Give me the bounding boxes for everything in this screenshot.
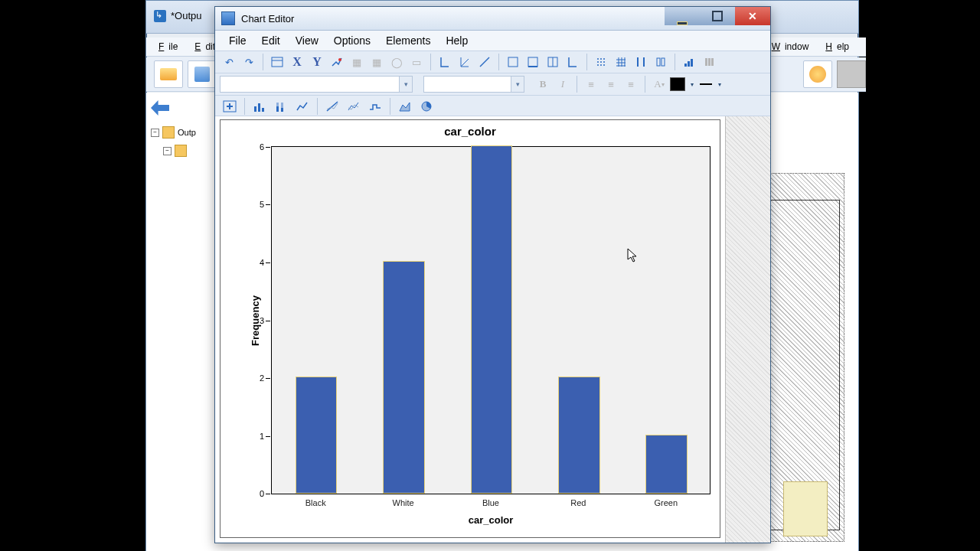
- parent-outline-pane[interactable]: − Outp −: [146, 93, 214, 551]
- y-tick-label: 0: [260, 489, 272, 498]
- svg-point-14: [597, 64, 599, 66]
- x-category-label: Blue: [447, 498, 534, 507]
- x-axis-label[interactable]: car_color: [272, 514, 710, 526]
- menu-file[interactable]: File: [223, 33, 253, 48]
- svg-point-12: [600, 61, 602, 63]
- parent-menu-file[interactable]: File: [154, 40, 187, 54]
- font-family-combo[interactable]: ▾: [220, 76, 413, 93]
- menu-options[interactable]: Options: [328, 33, 377, 48]
- y-axis-icon[interactable]: Y: [308, 53, 326, 71]
- svg-marker-43: [400, 103, 410, 111]
- open-icon[interactable]: [154, 60, 183, 88]
- fill-color-swatch[interactable]: [670, 77, 685, 91]
- line-chart-icon[interactable]: [292, 97, 312, 116]
- align-left-icon[interactable]: ≡: [582, 75, 600, 93]
- axis-lb-icon[interactable]: [456, 53, 474, 71]
- multi-line-icon[interactable]: [344, 97, 364, 116]
- frame2-icon[interactable]: [524, 53, 542, 71]
- maximize-button[interactable]: [700, 7, 735, 25]
- font-size-combo[interactable]: ▾: [423, 76, 524, 93]
- text-color-icon[interactable]: A▾: [650, 75, 668, 93]
- frame4-icon[interactable]: [564, 53, 582, 71]
- svg-rect-3: [508, 57, 518, 67]
- insert-element-icon[interactable]: [220, 97, 240, 116]
- fill-color-dd-icon[interactable]: ▾: [687, 75, 697, 93]
- bar-green[interactable]: [645, 435, 688, 494]
- tool-a-icon: ▦: [348, 53, 366, 71]
- tree-child-row[interactable]: −: [146, 142, 214, 160]
- tree-collapse-icon[interactable]: −: [151, 129, 159, 137]
- bar-blue[interactable]: [471, 145, 513, 494]
- chart-canvas[interactable]: car_color Frequency car_color 0123456Bla…: [215, 116, 725, 543]
- grid-vert-icon[interactable]: [632, 53, 650, 71]
- frame1-icon[interactable]: [504, 53, 522, 71]
- chart-editor-window: Chart Editor ✕ File Edit View Options El…: [214, 6, 771, 543]
- bold-icon[interactable]: B: [534, 75, 552, 93]
- menu-view[interactable]: View: [289, 33, 325, 48]
- svg-rect-38: [262, 108, 264, 112]
- parent-menu-window[interactable]: Window: [767, 40, 818, 54]
- back-arrow-icon[interactable]: [151, 100, 169, 116]
- save-icon[interactable]: [188, 60, 217, 88]
- bar-black[interactable]: [296, 377, 338, 494]
- svg-rect-31: [708, 58, 710, 66]
- editor-titlebar[interactable]: Chart Editor ✕: [215, 7, 770, 31]
- plot-area[interactable]: Frequency car_color 0123456BlackWhiteBlu…: [271, 146, 710, 494]
- minimize-button[interactable]: [665, 7, 700, 25]
- line-style-dd-icon[interactable]: ▾: [714, 75, 725, 93]
- tool-c-icon: ▭: [407, 53, 426, 71]
- grid-full-icon[interactable]: [612, 53, 630, 71]
- svg-rect-27: [684, 64, 687, 67]
- redo-icon[interactable]: ↷: [240, 53, 258, 71]
- cluster-icon: [700, 53, 718, 71]
- y-tick-label: 4: [260, 258, 272, 267]
- close-button[interactable]: ✕: [735, 7, 770, 25]
- tree-collapse-icon[interactable]: −: [163, 147, 172, 155]
- y-tick-label: 1: [260, 432, 272, 441]
- output-node-icon: [175, 145, 187, 157]
- align-right-icon[interactable]: ≡: [622, 75, 640, 93]
- area-chart-icon[interactable]: [395, 97, 415, 116]
- fit-line-icon[interactable]: [328, 53, 346, 71]
- stacked-bar-icon[interactable]: [271, 97, 291, 116]
- svg-rect-37: [258, 103, 260, 112]
- svg-rect-40: [276, 103, 279, 106]
- step-line-icon[interactable]: [365, 97, 385, 116]
- undo-icon[interactable]: ↶: [220, 53, 238, 71]
- grey-tool-button[interactable]: [837, 60, 866, 88]
- menu-help[interactable]: Help: [439, 33, 474, 48]
- align-center-icon[interactable]: ≡: [602, 75, 620, 93]
- menu-elements[interactable]: Elements: [380, 33, 436, 48]
- ghost-bar: [783, 481, 828, 536]
- svg-point-13: [603, 61, 605, 63]
- editor-toolbar-charttype: [215, 96, 770, 118]
- italic-icon[interactable]: I: [554, 75, 572, 93]
- svg-rect-25: [657, 58, 660, 66]
- pie-chart-icon[interactable]: [416, 97, 436, 116]
- grid-dots-icon[interactable]: [592, 53, 610, 71]
- bar-chart-icon[interactable]: [250, 97, 270, 116]
- axis-diag-icon[interactable]: [475, 53, 494, 71]
- transpose-icon[interactable]: [680, 53, 698, 71]
- trend-up-icon[interactable]: [322, 97, 342, 116]
- bar-red[interactable]: [558, 377, 600, 494]
- properties-icon[interactable]: [268, 53, 286, 71]
- axis-l-icon[interactable]: [436, 53, 454, 71]
- scrollbar-gutter[interactable]: [725, 116, 770, 543]
- parent-menu-help[interactable]: Help: [821, 40, 858, 54]
- svg-rect-29: [691, 59, 693, 67]
- export-icon[interactable]: [803, 60, 832, 88]
- y-tick-label: 3: [260, 316, 272, 325]
- menu-edit[interactable]: Edit: [256, 33, 286, 48]
- x-category-label: White: [359, 498, 446, 507]
- chart-title[interactable]: car_color: [220, 125, 720, 138]
- grid-stack-icon[interactable]: [652, 53, 670, 71]
- svg-rect-0: [272, 57, 283, 67]
- frame3-icon[interactable]: [544, 53, 562, 71]
- editor-menubar[interactable]: File Edit View Options Elements Help: [215, 31, 770, 51]
- svg-rect-4: [528, 57, 537, 67]
- line-style-icon[interactable]: [699, 78, 713, 90]
- tree-root-row[interactable]: − Outp: [146, 123, 214, 142]
- x-axis-icon[interactable]: X: [288, 53, 306, 71]
- bar-white[interactable]: [383, 261, 425, 494]
